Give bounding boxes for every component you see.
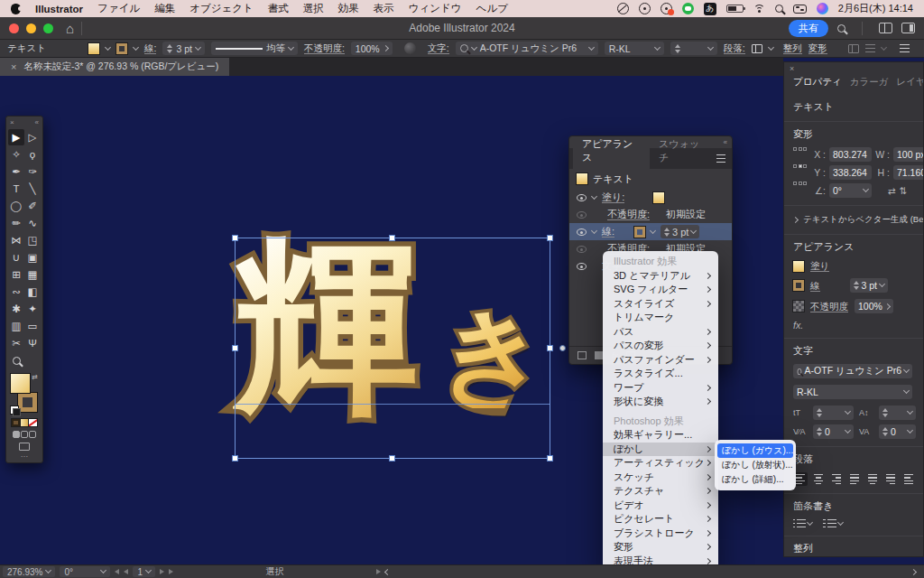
menu-item-warp[interactable]: ワープ	[603, 381, 718, 396]
align-link[interactable]: 整列	[783, 42, 802, 54]
shaper-tool[interactable]: ∿	[24, 215, 41, 231]
artboard-tool[interactable]: ▭	[24, 318, 41, 334]
character-font-field[interactable]: A-OTF リュウミン Pr6	[793, 364, 912, 378]
transform-link[interactable]: 変形	[808, 42, 827, 54]
menu-select[interactable]: 選択	[303, 2, 324, 15]
menubar-app-name[interactable]: Illustrator	[35, 4, 83, 14]
menu-object[interactable]: オブジェクト	[189, 2, 254, 15]
stroke-label[interactable]: 線:	[144, 42, 156, 54]
stroke-proxy-swatch[interactable]	[18, 393, 37, 412]
font-search-icon[interactable]	[460, 44, 468, 52]
character-style-field[interactable]: R-KL	[793, 385, 912, 399]
paragraph-label[interactable]: 段落:	[724, 42, 745, 54]
pencil-tool[interactable]: ✏	[8, 215, 24, 231]
selection-handle[interactable]	[389, 235, 395, 241]
menu-view[interactable]: 表示	[374, 2, 394, 15]
fill-color-swatch[interactable]	[88, 43, 99, 54]
character-kerning-field[interactable]: 0	[813, 424, 854, 439]
appearance-opacity-swatch[interactable]	[793, 301, 804, 312]
direct-selection-tool[interactable]: ▷	[24, 129, 41, 145]
fill-proxy-swatch[interactable]	[11, 374, 30, 393]
justify-last-left-button[interactable]	[847, 472, 862, 486]
zoom-window-button[interactable]	[43, 23, 53, 33]
gradient-paint-button[interactable]	[21, 419, 29, 426]
menu-item-distort-path[interactable]: パスの変形	[603, 339, 718, 353]
appearance-opacity-label[interactable]: 不透明度	[810, 301, 848, 312]
blend-tool[interactable]: ∾	[8, 284, 24, 300]
stroke-color-swatch[interactable]	[116, 43, 127, 54]
eyedropper-tool[interactable]: ✦	[24, 301, 41, 317]
align-right-button[interactable]	[829, 472, 844, 486]
appearance-fx-icon[interactable]: fx.	[793, 320, 803, 331]
stroke-row-label[interactable]: 線:	[602, 226, 614, 238]
font-style-field[interactable]: R-KL	[605, 42, 664, 55]
menu-item-convert-to-shape[interactable]: 形状に変換	[603, 395, 718, 409]
text-to-vector-row[interactable]: テキストからベクター生成 (Beta)	[784, 205, 923, 234]
paragraph-dropdown-icon[interactable]	[768, 43, 774, 50]
character-label[interactable]: 文字:	[428, 42, 449, 54]
expand-row-icon[interactable]	[591, 192, 597, 199]
flip-horizontal-icon[interactable]: ⇄	[888, 185, 896, 196]
menu-item-path[interactable]: パス	[603, 325, 718, 340]
add-new-stroke-icon[interactable]	[578, 351, 587, 359]
appearance-fill-row[interactable]: 塗り:	[569, 189, 732, 206]
character-leading-field[interactable]	[879, 406, 916, 420]
appearance-stroke-width-field[interactable]: 3 pt	[850, 278, 889, 293]
y-value-field[interactable]: 338.264	[829, 165, 872, 180]
visibility-eye-icon-dim[interactable]	[577, 246, 587, 253]
previous-artboard-icon[interactable]	[124, 569, 128, 574]
live-paint-bucket-tool[interactable]: ▣	[24, 249, 41, 266]
menu-item-brush-strokes[interactable]: ブラシストローク	[603, 527, 718, 541]
visibility-eye-icon-dim[interactable]	[577, 211, 587, 219]
selection-handle[interactable]	[232, 455, 238, 461]
appearance-collapse-icon[interactable]: «	[724, 138, 727, 146]
fill-row-label[interactable]: 塗り:	[602, 191, 624, 203]
control-center-icon[interactable]	[793, 5, 807, 14]
tools-collapse-icon[interactable]: «	[35, 118, 39, 126]
minimize-window-button[interactable]	[26, 23, 36, 33]
appearance-opacity-field[interactable]: 100%	[855, 299, 893, 313]
bullet-list-dropdown[interactable]	[807, 519, 813, 526]
font-size-stepper[interactable]	[675, 44, 680, 53]
bullet-list-button[interactable]	[793, 519, 812, 528]
none-paint-button[interactable]	[29, 419, 37, 426]
tab-color-guide[interactable]: カラーガ	[850, 76, 889, 89]
character-style-dropdown[interactable]	[903, 387, 910, 394]
menu-item-effect-gallery[interactable]: 効果ギャラリー...	[603, 428, 718, 443]
menu-item-texture[interactable]: テクスチャ	[603, 484, 718, 499]
line-segment-tool[interactable]: ╲	[24, 181, 41, 197]
symbol-sprayer-tool[interactable]: ✱	[8, 301, 24, 317]
last-artboard-icon[interactable]	[169, 569, 173, 574]
rotate-dropdown-icon[interactable]	[863, 186, 869, 192]
rotation-dropdown-icon[interactable]	[100, 567, 106, 573]
apple-menu-icon[interactable]	[11, 4, 21, 14]
stroke-profile-field[interactable]: 均等	[211, 42, 298, 55]
artboard-dropdown-icon[interactable]	[145, 567, 152, 573]
panel-scroll-icon[interactable]	[910, 568, 917, 574]
rotate-value-field[interactable]: 0°	[829, 183, 872, 198]
first-artboard-icon[interactable]	[115, 569, 119, 574]
cc-sync-icon[interactable]	[617, 3, 629, 14]
character-font-dropdown[interactable]	[903, 367, 910, 373]
shape-builder-tool[interactable]: ∪	[8, 249, 24, 266]
fill-opacity-label[interactable]: 不透明度:	[607, 209, 650, 220]
opacity-field[interactable]: 100%	[351, 42, 393, 55]
ime-indicator[interactable]: あ	[704, 3, 716, 15]
perspective-grid-tool[interactable]: ⊞	[8, 266, 24, 283]
workspace-switcher-icon[interactable]	[901, 23, 915, 33]
character-size-field[interactable]	[813, 406, 854, 420]
home-icon[interactable]: ⌂	[66, 22, 74, 35]
share-button[interactable]: 共有	[789, 20, 828, 37]
appearance-fill-swatch[interactable]	[793, 261, 804, 272]
edit-toolbar-icon[interactable]: …	[6, 451, 42, 458]
justify-last-center-button[interactable]	[865, 472, 880, 486]
font-size-field[interactable]	[670, 42, 717, 55]
appearance-stroke-stepper[interactable]	[854, 281, 859, 290]
next-artboard-icon[interactable]	[160, 569, 164, 574]
menubar-clock[interactable]: 2月6日(木) 14:14	[838, 2, 913, 15]
reference-point-selector[interactable]	[793, 147, 807, 198]
fill-opacity-row[interactable]: 不透明度: 初期設定	[569, 206, 732, 223]
magic-wand-tool[interactable]: ✧	[8, 146, 24, 163]
selection-side-handle[interactable]	[559, 345, 566, 351]
character-tracking-field[interactable]: 0	[879, 424, 916, 439]
